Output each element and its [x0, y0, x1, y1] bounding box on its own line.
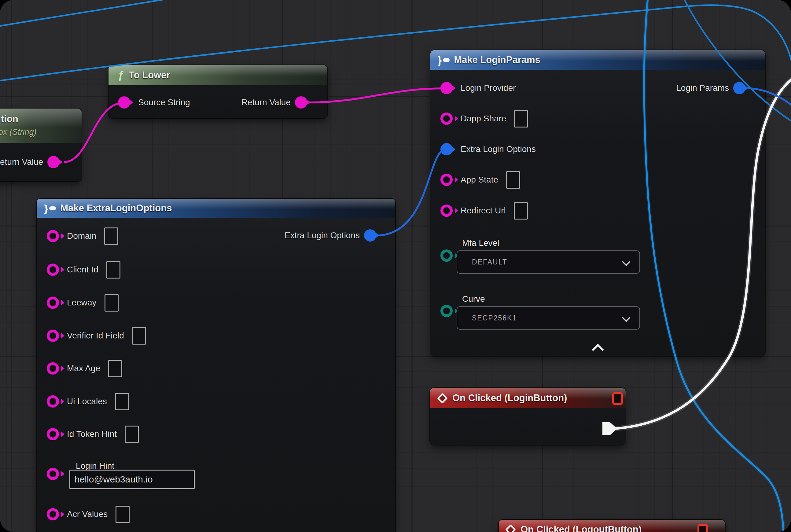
node-to-lower-header[interactable]: ƒ To Lower: [109, 65, 327, 85]
acr-values-label: Acr Values: [67, 509, 108, 519]
domain-checkbox[interactable]: [104, 227, 118, 245]
node-getter-partial[interactable]: tion ox (String) eturn Value: [0, 109, 82, 181]
exec-output-pin[interactable]: [602, 422, 617, 435]
redirect-url-label: Redirect Url: [461, 206, 506, 215]
app-state-label: App State: [461, 175, 498, 185]
login-provider-label: Login Provider: [461, 83, 516, 93]
redirect-url-pin[interactable]: [440, 205, 453, 217]
extra-login-options-in-pin[interactable]: [440, 143, 453, 155]
login-params-out-label: Login Params: [676, 83, 729, 93]
redirect-url-checkbox[interactable]: [514, 202, 528, 220]
node-params-header[interactable]: } Make LoginParams: [430, 50, 765, 70]
collapse-node-chevron-icon[interactable]: [592, 344, 604, 356]
client-id-label: Client Id: [67, 265, 98, 274]
max-age-pin[interactable]: [47, 362, 59, 375]
node-extra-header[interactable]: } Make ExtraLoginOptions: [37, 199, 395, 218]
wire-blue-top-short[interactable]: [0, 0, 214, 27]
ui-locales-checkbox[interactable]: [115, 393, 129, 410]
make-struct-icon: }: [438, 55, 449, 65]
source-string-label: Source String: [138, 97, 190, 107]
verifier-id-field-checkbox[interactable]: [132, 327, 146, 345]
return-value-pin-label: eturn Value: [0, 157, 43, 167]
node-to-lower[interactable]: ƒ To Lower Source String Return Value: [109, 65, 327, 118]
id-token-hint-checkbox[interactable]: [125, 425, 139, 443]
node-extra-title: Make ExtraLoginOptions: [60, 203, 172, 214]
acr-values-checkbox[interactable]: [116, 506, 130, 523]
id-token-hint-pin[interactable]: [47, 428, 59, 440]
domain-label: Domain: [67, 231, 96, 241]
node-logout-event-title: On Clicked (LogoutButton): [521, 524, 641, 532]
mfa-level-pin[interactable]: [440, 249, 453, 262]
node-on-clicked-logout-button[interactable]: On Clicked (LogoutButton): [499, 520, 725, 532]
node-make-extra-login-options[interactable]: } Make ExtraLoginOptions Domain Client I…: [37, 199, 395, 532]
client-id-checkbox[interactable]: [107, 261, 120, 279]
client-id-pin[interactable]: [47, 264, 59, 276]
mfa-level-dropdown[interactable]: DEFAULT: [457, 250, 640, 274]
app-state-pin[interactable]: [440, 174, 453, 186]
node-make-login-params[interactable]: } Make LoginParams Login Provider Dapp S…: [430, 50, 765, 356]
curve-dropdown[interactable]: SECP256K1: [457, 306, 640, 329]
leeway-checkbox[interactable]: [104, 294, 119, 311]
verifier-id-field-label: Verifier Id Field: [67, 331, 124, 341]
node-getter-title: tion: [1, 113, 18, 125]
ui-locales-label: Ui Locales: [67, 397, 107, 406]
login-provider-pin[interactable]: [440, 82, 453, 94]
node-login-event-header[interactable]: On Clicked (LoginButton): [430, 388, 626, 408]
delegate-output-pin[interactable]: [697, 524, 708, 532]
dapp-share-label: Dapp Share: [461, 114, 506, 124]
extra-login-options-in-label: Extra Login Options: [461, 144, 536, 154]
ui-locales-pin[interactable]: [47, 395, 59, 407]
leeway-label: Leeway: [67, 298, 97, 308]
domain-pin[interactable]: [47, 230, 59, 242]
source-string-pin[interactable]: [118, 96, 130, 109]
node-getter-subtitle: ox (String): [0, 128, 37, 137]
make-struct-icon: }: [44, 203, 56, 213]
function-icon: ƒ: [118, 70, 124, 81]
max-age-label: Max Age: [67, 363, 100, 373]
id-token-hint-label: Id Token Hint: [67, 429, 117, 439]
extra-login-options-out-label: Extra Login Options: [285, 230, 360, 240]
node-to-lower-title: To Lower: [129, 70, 170, 81]
chevron-down-icon: [622, 258, 630, 266]
node-params-title: Make LoginParams: [454, 54, 540, 65]
verifier-id-field-pin[interactable]: [47, 329, 59, 342]
return-value-label: Return Value: [242, 97, 291, 107]
node-on-clicked-login-button[interactable]: On Clicked (LoginButton): [430, 388, 626, 445]
delegate-output-pin[interactable]: [612, 392, 623, 405]
app-state-checkbox[interactable]: [506, 171, 520, 189]
mfa-level-label: Mfa Level: [462, 238, 499, 248]
curve-value: SECP256K1: [472, 314, 517, 322]
node-logout-event-header[interactable]: On Clicked (LogoutButton): [499, 520, 725, 532]
login-hint-input[interactable]: [70, 470, 195, 489]
login-params-out-pin[interactable]: [733, 82, 746, 94]
max-age-checkbox[interactable]: [108, 360, 122, 377]
acr-values-pin[interactable]: [47, 508, 59, 520]
login-hint-pin[interactable]: [47, 468, 59, 480]
extra-login-options-out-pin[interactable]: [364, 229, 376, 242]
node-login-event-title: On Clicked (LoginButton): [452, 393, 567, 404]
mfa-level-value: DEFAULT: [472, 258, 507, 266]
string-output-pin[interactable]: [47, 156, 60, 168]
event-diamond-icon: [437, 393, 448, 403]
wire-string-tolower-loginprovider[interactable]: [309, 88, 444, 102]
dapp-share-checkbox[interactable]: [514, 110, 528, 128]
chevron-down-icon: [622, 314, 630, 322]
dapp-share-pin[interactable]: [440, 113, 453, 125]
event-diamond-icon: [505, 524, 516, 532]
curve-pin[interactable]: [440, 305, 453, 317]
return-value-pin[interactable]: [295, 96, 307, 109]
leeway-pin[interactable]: [47, 297, 59, 309]
blueprint-graph-canvas[interactable]: tion ox (String) eturn Value ƒ To Lower …: [0, 0, 791, 532]
curve-label: Curve: [462, 294, 485, 304]
